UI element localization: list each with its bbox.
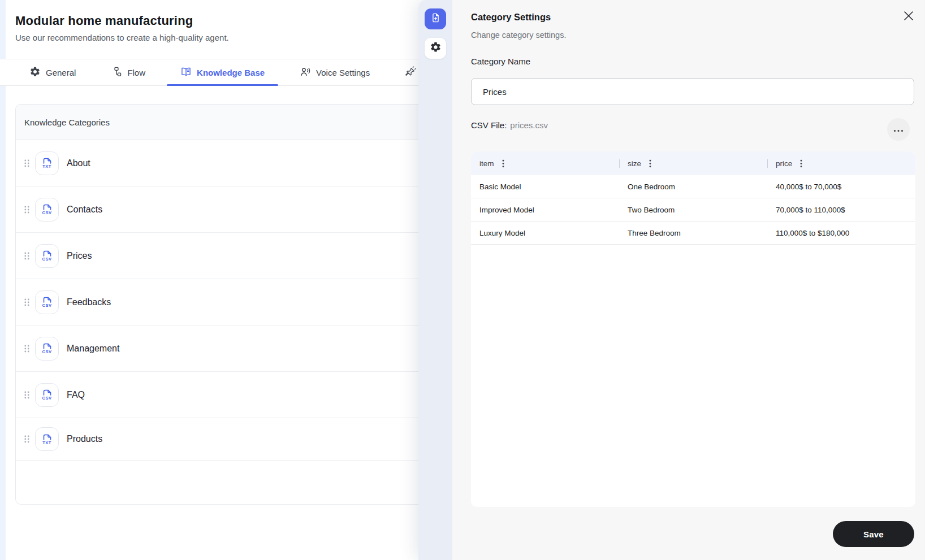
cell-size: One Bedroom [619,175,767,198]
tab-flow[interactable]: Flow [96,59,160,85]
file-type-badge: TXT [42,441,51,445]
file-type-badge: CSV [42,350,52,354]
panel-subtitle: Change category settings. [471,31,566,40]
cell-price: 40,000$ to 70,000$ [767,175,915,198]
file-type-icon: CSV [35,198,59,222]
csv-file-menu-button[interactable] [887,118,910,141]
category-name: Products [67,434,102,444]
gear-icon [29,66,41,79]
category-name: FAQ [67,390,85,400]
tab-knowledge-base[interactable]: Knowledge Base [166,59,279,85]
file-page-icon [41,389,53,396]
file-page-icon [41,296,53,303]
file-upload-button[interactable] [425,8,446,29]
close-icon [903,10,914,24]
file-type-badge: CSV [42,211,52,215]
file-type-badge: CSV [42,303,52,308]
kebab-icon [649,159,651,168]
file-type-icon: TXT [35,427,59,451]
file-page-icon [41,433,53,440]
cell-price: 70,000$ to 110,000$ [767,198,915,221]
file-upload-icon [430,12,441,25]
table-header-row: item size price [471,151,915,175]
app-screen: Modular home manufacturing Use our recom… [0,0,925,560]
drawer-toolbar-rail [418,0,452,560]
category-name: Prices [67,251,92,261]
book-icon [180,66,192,79]
cell-item: Improved Model [471,198,619,221]
category-name: Feedbacks [67,297,111,307]
csv-file-name: prices.csv [510,120,548,130]
drag-handle-icon[interactable] [24,344,30,353]
cell-item: Basic Model [471,175,619,198]
file-type-badge: TXT [42,164,51,169]
file-page-icon [41,157,53,164]
category-settings-drawer: Category Settings Change category settin… [418,0,925,560]
column-label: price [776,159,792,168]
column-header-price: price [767,151,915,175]
category-name-input[interactable] [471,78,914,105]
drag-handle-icon[interactable] [24,435,30,444]
kebab-icon [502,159,504,168]
column-label: item [479,159,494,168]
voice-icon [300,66,311,79]
column-header-size: size [619,151,767,175]
file-type-icon: TXT [35,151,59,175]
cell-size: Three Bedroom [619,222,767,244]
tab-voice-settings-label: Voice Settings [316,68,370,77]
category-settings-panel: Category Settings Change category settin… [452,0,925,560]
tab-flow-label: Flow [127,68,145,77]
file-type-icon: CSV [35,244,59,268]
knowledge-categories-title: Knowledge Categories [24,118,110,127]
tab-knowledge-base-label: Knowledge Base [197,68,265,77]
flow-icon [111,66,122,79]
csv-preview-table: item size price Basic Model One Bedroom [471,151,915,507]
cell-size: Two Bedroom [619,198,767,221]
csv-file-label: CSV File: [471,120,507,130]
page-header: Modular home manufacturing Use our recom… [15,14,229,42]
table-row: Improved Model Two Bedroom 70,000$ to 11… [471,198,915,222]
tab-voice-settings[interactable]: Voice Settings [285,59,384,85]
file-page-icon [41,250,53,257]
ellipsis-icon [893,124,904,134]
drag-handle-icon[interactable] [24,159,30,168]
tab-general[interactable]: General [15,59,90,85]
page-title: Modular home manufacturing [15,14,229,28]
drag-handle-icon[interactable] [24,390,30,400]
table-row: Basic Model One Bedroom 40,000$ to 70,00… [471,175,915,198]
column-menu-button[interactable] [500,158,507,168]
table-row: Luxury Model Three Bedroom 110,000$ to $… [471,222,915,245]
panel-title: Category Settings [471,12,551,23]
kebab-icon [800,159,802,168]
column-label: size [628,159,641,168]
file-type-badge: CSV [42,396,52,401]
file-type-icon: CSV [35,290,59,314]
category-name: Management [67,344,119,354]
csv-file-line: CSV File:prices.csv [471,120,548,130]
close-button[interactable] [903,11,914,23]
category-name-label: Category Name [471,57,530,66]
file-page-icon [41,203,53,210]
settings-icon [430,41,442,55]
file-type-icon: CSV [35,337,59,361]
page-subtitle: Use our recommendations to create a high… [15,33,229,42]
pin-icon [405,66,416,79]
column-menu-button[interactable] [647,158,654,168]
category-name: About [67,158,90,168]
drag-handle-icon[interactable] [24,205,30,214]
tab-general-label: General [46,68,76,77]
category-name: Contacts [67,205,102,215]
settings-button[interactable] [425,38,446,59]
file-page-icon [41,342,53,349]
column-menu-button[interactable] [798,158,805,168]
file-type-icon: CSV [35,383,59,407]
cell-item: Luxury Model [471,222,619,244]
drag-handle-icon[interactable] [24,251,30,261]
save-button[interactable]: Save [833,521,914,547]
drag-handle-icon[interactable] [24,298,30,307]
column-header-item: item [471,151,619,175]
cell-price: 110,000$ to $180,000 [767,222,915,244]
file-type-badge: CSV [42,257,52,262]
